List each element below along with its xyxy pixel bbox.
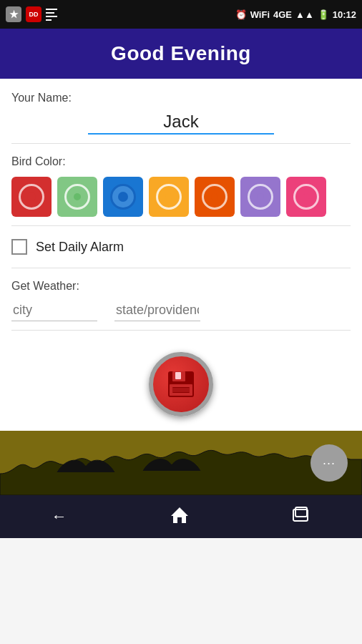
save-button[interactable]	[149, 352, 213, 416]
time-label: 10:12	[333, 9, 356, 20]
name-section: Your Name:	[11, 79, 351, 144]
alarm-section: Set Daily Alarm	[11, 226, 351, 268]
page-title: Good Evening	[111, 42, 251, 65]
weather-inputs	[11, 301, 351, 321]
alarm-checkbox[interactable]	[11, 239, 27, 255]
color-option-blue[interactable]	[103, 177, 143, 217]
svg-marker-8	[171, 507, 188, 523]
save-floppy-icon	[165, 369, 197, 400]
state-input[interactable]	[114, 301, 200, 321]
color-option-orange[interactable]	[195, 177, 235, 217]
name-label: Your Name:	[11, 92, 72, 104]
star-icon: ★	[6, 6, 21, 22]
fab-button[interactable]: ···	[310, 444, 348, 482]
color-option-purple[interactable]	[240, 177, 280, 217]
alarm-label: Set Daily Alarm	[36, 240, 124, 255]
signal-icon: ▲▲	[295, 9, 314, 20]
wifi-icon: WiFi	[250, 9, 270, 20]
weather-section: Get Weather:	[11, 268, 351, 331]
bars-icon	[46, 9, 57, 21]
svg-rect-10	[295, 507, 307, 517]
color-option-yellow[interactable]	[149, 177, 189, 217]
name-input[interactable]	[88, 110, 274, 135]
color-options	[11, 177, 351, 217]
battery-icon: 🔋	[318, 9, 329, 20]
nav-bar: ←	[0, 495, 362, 538]
city-input[interactable]	[11, 301, 97, 321]
dd-icon: DD	[26, 6, 41, 22]
home-button[interactable]	[170, 504, 190, 529]
status-right-info: ⏰ WiFi 4GE ▲▲ 🔋 10:12	[235, 9, 356, 20]
color-option-red[interactable]	[11, 177, 52, 217]
scene-bar: ···	[0, 431, 362, 495]
fab-dots: ···	[323, 456, 336, 471]
bird-color-section: Bird Color:	[11, 144, 351, 226]
alarm-icon: ⏰	[235, 9, 247, 20]
status-bar: ★ DD ⏰ WiFi 4GE ▲▲ 🔋 10:12	[0, 0, 362, 29]
app-header: Good Evening	[0, 29, 362, 79]
network-label: 4GE	[273, 9, 292, 20]
back-button[interactable]: ←	[52, 507, 67, 526]
bird-color-label: Bird Color:	[11, 155, 66, 167]
weather-label: Get Weather:	[11, 280, 79, 292]
scene-svg	[0, 445, 362, 495]
name-input-wrapper	[11, 104, 351, 143]
main-content: Your Name: Bird Color:	[0, 79, 362, 331]
save-area	[0, 331, 362, 431]
color-option-pink[interactable]	[286, 177, 326, 217]
svg-rect-2	[175, 372, 181, 379]
color-option-green[interactable]	[57, 177, 97, 217]
recent-apps-button[interactable]	[292, 507, 310, 527]
status-left-icons: ★ DD	[6, 6, 57, 22]
